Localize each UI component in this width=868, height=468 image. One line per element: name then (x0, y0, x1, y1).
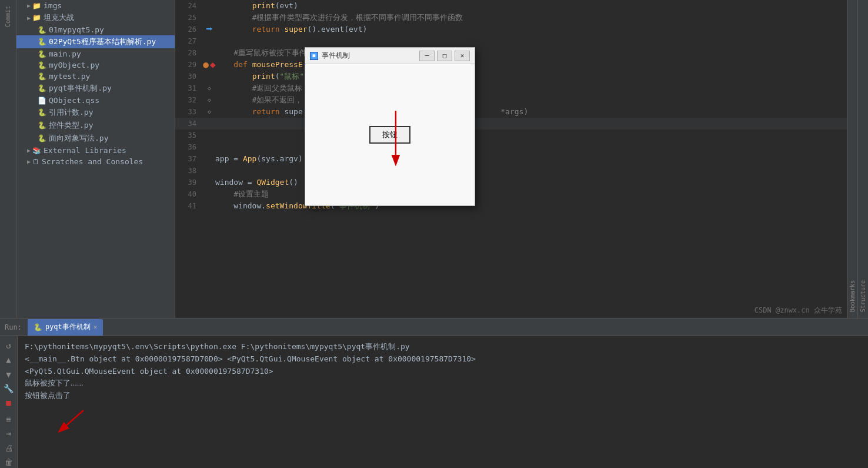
code-line-24: 24 print(evt) (175, 0, 847, 12)
scratches-label: Scratches and Consoles (42, 157, 143, 166)
run-tab[interactable]: 🐍 pyqt事件机制 ✕ (28, 319, 104, 336)
bookmarks-label: Bookmarks (849, 280, 856, 312)
python-file-icon: 🐍 (38, 61, 46, 69)
code-line-31: 31 ◇ #返回父类鼠标 (175, 82, 847, 94)
structure-bar: Structure (857, 0, 868, 318)
dialog-minimize-button[interactable]: ─ (419, 51, 435, 61)
tree-item-scratches[interactable]: ▶ 🗒 Scratches and Consoles (16, 156, 175, 167)
dialog-app-icon: ■ (310, 52, 318, 60)
folder-icon: 📁 (32, 14, 41, 22)
console-line-2: <__main__.Btn object at 0x00000197587D70… (25, 353, 861, 366)
python-file-icon: 🐍 (38, 84, 46, 92)
python-file-icon: 🐍 (38, 50, 46, 58)
file-tree: ▶ 📁 imgs ▶ 📁 坦克大战 🐍 01mypyqt5.py 🐍 02PyQ… (16, 0, 175, 318)
python-file-icon: 🐍 (38, 134, 46, 142)
print-button[interactable]: 🖨 (2, 442, 15, 454)
scroll-up-button[interactable]: ▲ (2, 354, 15, 366)
commit-label[interactable]: Commit (4, 2, 12, 31)
editor-area: 24 print(evt) 25 #根据事件类型再次进行分发，根据不同事件调用不… (175, 0, 847, 318)
code-line-35: 35 (175, 130, 847, 141)
run-toolbar: ↺ ▲ ▼ 🔧 ■ ≡ ⇥ 🖨 🗑 (0, 336, 18, 468)
scroll-down-button[interactable]: ▼ (2, 368, 15, 380)
code-line-30: 30 print("鼠标" (175, 71, 847, 82)
console-output: F:\pythonitems\mypyqt5\.env\Scripts\pyth… (18, 336, 868, 468)
run-label: Run: (5, 323, 22, 331)
code-line-28: 28 #重写鼠标被按下事件 (175, 47, 847, 59)
code-line-38: 38 (175, 165, 847, 177)
scratches-icon: 🗒 (32, 158, 39, 166)
python-file-icon: 🐍 (38, 26, 46, 34)
external-libs-icon: 📚 (32, 147, 41, 155)
dialog-body: 按钮 (305, 64, 475, 205)
code-line-26: 26 ⮕ return super().event(evt) (175, 24, 847, 35)
wrap-button[interactable]: ≡ (2, 413, 15, 425)
dialog-push-button[interactable]: 按钮 (369, 126, 410, 144)
dialog-title-text: 事件机制 (322, 51, 416, 61)
watermark: CSDN @znwx.cn 众牛学苑 (755, 306, 842, 316)
structure-label: Structure (860, 280, 866, 312)
python-file-icon: 🐍 (38, 38, 46, 46)
code-line-40: 40 #设置主题 (175, 188, 847, 200)
code-line-37: 37 app = App(sys.argv) (175, 153, 847, 165)
arrow-icon: ▶ (27, 147, 31, 154)
debug-icon: ● (203, 59, 209, 71)
code-view[interactable]: 24 print(evt) 25 #根据事件类型再次进行分发，根据不同事件调用不… (175, 0, 847, 318)
bottom-tabs: Run: 🐍 pyqt事件机制 ✕ (0, 318, 868, 336)
dialog-close-button[interactable]: ✕ (455, 51, 470, 61)
qss-file-icon: 📄 (38, 97, 46, 105)
run-tab-name: pyqt事件机制 (45, 322, 91, 332)
tree-item-01mypyqt5[interactable]: 🐍 01mypyqt5.py (16, 24, 175, 35)
run-tab-close[interactable]: ✕ (94, 323, 98, 331)
console-line-5: 按钮被点击了 (25, 390, 861, 402)
settings-button[interactable]: 🔧 (2, 383, 15, 394)
code-line-33: 33 ◇ return supe *args) (175, 106, 847, 118)
code-line-34: 34 (175, 118, 847, 130)
console-line-1: F:\pythonitems\mypyqt5\.env\Scripts\pyth… (25, 341, 861, 353)
tree-item-02pyqt5[interactable]: 🐍 02PyQt5程序基本结构解析.py (16, 35, 175, 48)
stop-button[interactable]: ■ (2, 397, 15, 409)
trash-button[interactable]: 🗑 (2, 456, 15, 468)
python-file-icon: 🐍 (38, 72, 46, 81)
code-line-41: 41 window.setWindowTitle("事件机制") (175, 200, 847, 212)
dialog-window[interactable]: ■ 事件机制 ─ □ ✕ 按钮 (305, 47, 475, 206)
python-file-icon: 🐍 (38, 108, 46, 117)
code-line-27: 27 (175, 35, 847, 47)
left-sidebar: Commit (0, 0, 16, 318)
code-line-29: 29 ● ◆ def mousePressE (175, 59, 847, 71)
tree-item-imgs[interactable]: ▶ 📁 imgs (16, 0, 175, 11)
tree-item-oop[interactable]: 🐍 面向对象写法.py (16, 132, 175, 145)
console-line-3: <PyQt5.QtGui.QMouseEvent object at 0x000… (25, 366, 861, 378)
svg-line-3 (60, 410, 84, 431)
code-line-39: 39 window = QWidget() (175, 177, 847, 188)
tree-item-external-libs[interactable]: ▶ 📚 External Libraries (16, 145, 175, 156)
tree-item-widget-type[interactable]: 🐍 控件类型.py (16, 119, 175, 132)
bottom-content: ↺ ▲ ▼ 🔧 ■ ≡ ⇥ 🖨 🗑 F:\pythonitems\mypyqt5… (0, 336, 868, 468)
tree-item-mytest[interactable]: 🐍 mytest.py (16, 71, 175, 82)
arrow-icon: ▶ (27, 2, 31, 9)
bookmarks-bar: Bookmarks (847, 0, 857, 318)
arrow-icon: ▶ (27, 158, 31, 165)
tree-item-qobject-qss[interactable]: 📄 QObject.qss (16, 95, 175, 106)
python-icon: 🐍 (34, 323, 42, 331)
console-line-4: 鼠标被按下了...... (25, 377, 861, 390)
tree-item-tank[interactable]: ▶ 📁 坦克大战 (16, 11, 175, 24)
indent-button[interactable]: ⇥ (2, 427, 15, 439)
python-file-icon: 🐍 (38, 121, 46, 130)
tree-item-myobject[interactable]: 🐍 myObject.py (16, 59, 175, 71)
dialog-titlebar: ■ 事件机制 ─ □ ✕ (305, 48, 475, 64)
folder-icon: 📁 (32, 2, 41, 10)
tree-item-refcount[interactable]: 🐍 引用计数.py (16, 106, 175, 119)
rerun-button[interactable]: ↺ (2, 340, 15, 351)
dialog-maximize-button[interactable]: □ (437, 51, 452, 61)
code-line-36: 36 (175, 141, 847, 153)
tree-item-main[interactable]: 🐍 main.py (16, 48, 175, 59)
code-line-25: 25 #根据事件类型再次进行分发，根据不同事件调用不同事件函数 (175, 12, 847, 24)
bottom-panel: Run: 🐍 pyqt事件机制 ✕ ↺ ▲ ▼ 🔧 ■ ≡ ⇥ 🖨 🗑 F:\p… (0, 318, 868, 468)
arrow-icon: ▶ (27, 15, 31, 21)
console-red-arrow (25, 404, 154, 440)
dialog-controls: ─ □ ✕ (419, 51, 470, 61)
code-line-32: 32 ◇ #如果不返回， (175, 94, 847, 106)
tree-item-pyqt-event[interactable]: 🐍 pyqt事件机制.py (16, 82, 175, 95)
